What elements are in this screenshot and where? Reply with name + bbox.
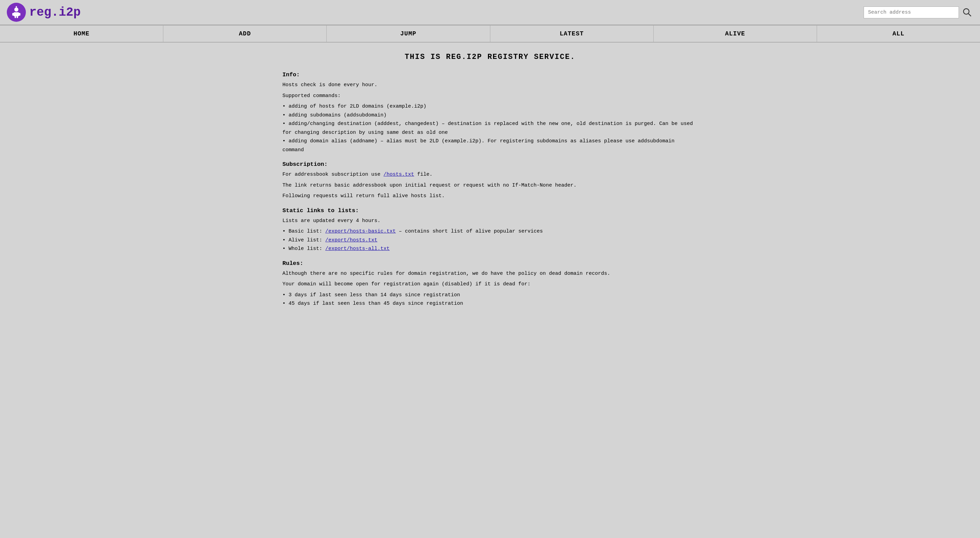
basic-list-label: Basic list:: [288, 228, 325, 234]
search-area: [864, 6, 973, 18]
svg-point-8: [964, 9, 969, 14]
whole-list-label: Whole list:: [288, 246, 325, 252]
rules-paragraph2: Your domain will become open for registr…: [282, 280, 698, 289]
static-links-heading: Static links to lists:: [282, 208, 698, 214]
nav-alive[interactable]: ALIVE: [654, 26, 817, 42]
info-paragraph2: Supported commands:: [282, 92, 698, 101]
subscription-paragraph1: For addressbook subscription use /hosts.…: [282, 170, 698, 179]
section-rules: Rules: Although there are no specific ru…: [282, 260, 698, 308]
static-link-alive: Alive list: /export/hosts.txt: [282, 236, 698, 245]
page-title: THIS IS REG.I2P REGISTRY SERVICE.: [282, 53, 698, 61]
search-input[interactable]: [864, 6, 959, 18]
svg-rect-4: [14, 16, 16, 18]
rules-text: Although there are no specific rules for…: [282, 269, 698, 308]
info-bullet-3: adding/changing destination (adddest, ch…: [282, 120, 698, 137]
rules-paragraph1: Although there are no specific rules for…: [282, 269, 698, 278]
svg-rect-3: [19, 13, 21, 16]
subscription-paragraph2: The link returns basic addressbook upon …: [282, 181, 698, 190]
header: reg.i2p: [0, 0, 980, 25]
section-info: Info: Hosts check is done every hour. Su…: [282, 72, 698, 154]
info-bullets: adding of hosts for 2LD domains (example…: [282, 102, 698, 154]
info-bullet-4: adding domain alias (addname) – alias mu…: [282, 137, 698, 154]
whole-list-link[interactable]: /export/hosts-all.txt: [325, 246, 390, 252]
static-links-paragraph1: Lists are updated every 4 hours.: [282, 217, 698, 225]
rules-heading: Rules:: [282, 260, 698, 267]
basic-list-link[interactable]: /export/hosts-basic.txt: [325, 228, 396, 234]
hosts-txt-link[interactable]: /hosts.txt: [383, 172, 414, 177]
static-link-whole: Whole list: /export/hosts-all.txt: [282, 244, 698, 253]
svg-rect-1: [14, 12, 19, 16]
info-heading: Info:: [282, 72, 698, 78]
info-bullet-1: adding of hosts for 2LD domains (example…: [282, 102, 698, 111]
nav-all[interactable]: ALL: [817, 26, 980, 42]
subscription-paragraph3: Following requests will return full aliv…: [282, 192, 698, 201]
alive-list-label: Alive list:: [288, 237, 325, 243]
section-static-links: Static links to lists: Lists are updated…: [282, 208, 698, 253]
nav-add[interactable]: ADD: [163, 26, 327, 42]
logo-area: reg.i2p: [7, 3, 81, 22]
search-icon: [962, 8, 972, 17]
svg-point-7: [16, 6, 17, 8]
rules-bullet-1: 3 days if last seen less than 14 days si…: [282, 291, 698, 300]
main-content: THIS IS REG.I2P REGISTRY SERVICE. Info: …: [272, 43, 708, 322]
info-text: Hosts check is done every hour. Supporte…: [282, 81, 698, 154]
nav-jump[interactable]: JUMP: [327, 26, 490, 42]
basic-list-suffix: – contains short list of alive popular s…: [396, 228, 543, 234]
nav-home[interactable]: HOME: [0, 26, 163, 42]
svg-rect-5: [17, 16, 18, 18]
site-logo-text: reg.i2p: [29, 5, 81, 19]
subscription-text-before: For addressbook subscription use: [282, 172, 383, 177]
info-paragraph1: Hosts check is done every hour.: [282, 81, 698, 89]
logo-icon: [7, 3, 26, 22]
alive-list-link[interactable]: /export/hosts.txt: [325, 237, 377, 243]
nav-latest[interactable]: LATEST: [490, 26, 654, 42]
rules-bullet-2: 45 days if last seen less than 45 days s…: [282, 299, 698, 308]
subscription-text: For addressbook subscription use /hosts.…: [282, 170, 698, 201]
rules-bullets: 3 days if last seen less than 14 days si…: [282, 291, 698, 308]
subscription-heading: Subscription:: [282, 161, 698, 168]
subscription-text-after: file.: [414, 172, 433, 177]
static-links-bullets: Basic list: /export/hosts-basic.txt – co…: [282, 227, 698, 253]
section-subscription: Subscription: For addressbook subscripti…: [282, 161, 698, 201]
svg-line-9: [969, 14, 971, 16]
static-links-text: Lists are updated every 4 hours. Basic l…: [282, 217, 698, 253]
search-button[interactable]: [961, 6, 973, 18]
logo-svg: [10, 6, 22, 18]
main-nav: HOME ADD JUMP LATEST ALIVE ALL: [0, 25, 980, 43]
info-bullet-2: adding subdomains (addsubdomain): [282, 111, 698, 120]
svg-rect-2: [12, 13, 14, 16]
static-link-basic: Basic list: /export/hosts-basic.txt – co…: [282, 227, 698, 236]
